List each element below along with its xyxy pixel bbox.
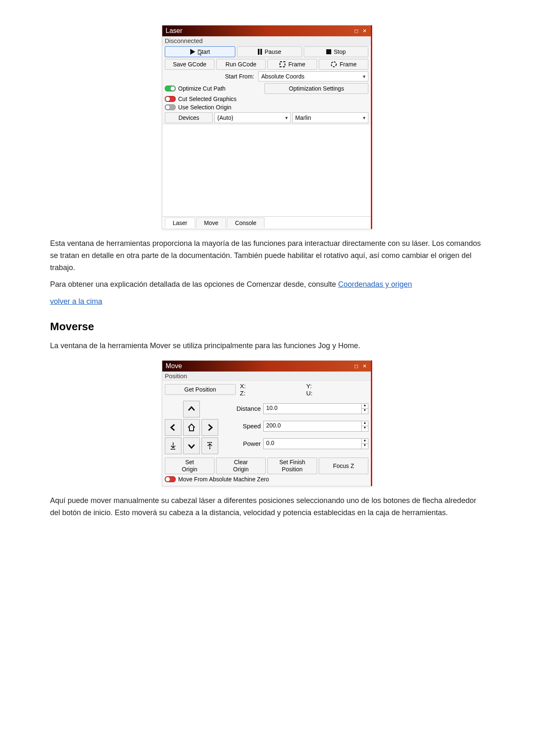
move-panel: Move ◻ ✕ Position Get Position X: Y: Z: …: [162, 360, 372, 486]
move-from-zero-label: Move From Absolute Machine Zero: [178, 476, 269, 483]
power-label: Power: [223, 440, 263, 447]
jog-down-button[interactable]: [183, 437, 200, 454]
frame-circle-icon: [330, 61, 337, 68]
move-heading: Moverse: [50, 320, 484, 333]
move-from-zero-toggle[interactable]: [165, 476, 176, 482]
clear-origin-button[interactable]: Clear Origin: [216, 458, 266, 474]
use-selection-origin-toggle[interactable]: [165, 104, 176, 110]
pause-button[interactable]: Pause: [237, 46, 302, 57]
empty-area: [162, 124, 371, 216]
chevron-right-icon: [206, 423, 214, 432]
position-section-label: Position: [162, 372, 371, 381]
set-finish-position-button[interactable]: Set Finish Position: [267, 458, 317, 474]
para-2: Para obtener una explicación detallada d…: [50, 278, 484, 291]
tab-move[interactable]: Move: [196, 217, 226, 228]
pause-icon: [258, 49, 262, 55]
panel-title: Laser: [166, 27, 182, 35]
start-from-label: Start From:: [165, 71, 257, 81]
cut-selected-toggle[interactable]: [165, 96, 176, 102]
get-position-button[interactable]: Get Position: [165, 384, 236, 395]
optimize-cut-path-label: Optimize Cut Path: [178, 85, 226, 92]
chevron-down-icon: ▼: [285, 116, 289, 120]
distance-input[interactable]: 10.0 ▲▼: [263, 403, 368, 414]
port-combo[interactable]: (Auto) ▼: [214, 112, 290, 123]
speed-input[interactable]: 200.0 ▲▼: [263, 421, 368, 432]
spinner-buttons[interactable]: ▲▼: [361, 404, 368, 414]
chevron-down-icon: ▼: [362, 116, 366, 120]
laser-panel: Laser ◻ ✕ Disconnected Start Pause Stop …: [162, 25, 372, 229]
svg-rect-0: [280, 62, 285, 67]
home-icon: [187, 423, 196, 432]
tab-laser[interactable]: Laser: [165, 217, 195, 228]
spinner-buttons[interactable]: ▲▼: [361, 439, 368, 449]
devices-button[interactable]: Devices: [165, 112, 213, 123]
svg-point-1: [331, 62, 336, 67]
device-combo[interactable]: Marlin ▼: [292, 112, 368, 123]
x-label: X:: [240, 382, 302, 389]
power-input[interactable]: 0.0 ▲▼: [263, 438, 368, 449]
para-3: La ventana de la herramienta Mover se ut…: [50, 340, 484, 352]
chevron-down-icon: ▼: [362, 74, 366, 79]
frame-circle-button[interactable]: Frame: [319, 59, 368, 70]
start-button[interactable]: Start: [165, 46, 235, 57]
panel-titlebar: Move ◻ ✕: [162, 361, 371, 372]
spinner-buttons[interactable]: ▲▼: [361, 421, 368, 431]
play-icon: [190, 49, 195, 55]
save-gcode-button[interactable]: Save GCode: [165, 59, 214, 70]
run-gcode-button[interactable]: Run GCode: [216, 59, 266, 70]
optimization-settings-button[interactable]: Optimization Settings: [264, 83, 368, 94]
jog-left-button[interactable]: [165, 419, 181, 436]
stop-icon: [326, 49, 331, 54]
set-origin-button[interactable]: Set Origin: [165, 458, 214, 474]
stop-button[interactable]: Stop: [304, 46, 368, 57]
start-from-combo[interactable]: Absolute Coords ▼: [258, 71, 368, 81]
close-icon[interactable]: ✕: [362, 363, 368, 369]
undock-icon[interactable]: ◻: [353, 363, 359, 369]
y-label: Y:: [306, 382, 368, 389]
z-down-button[interactable]: [165, 437, 181, 454]
chevron-left-icon: [169, 423, 177, 432]
frame-rect-icon: [279, 61, 286, 68]
tab-console[interactable]: Console: [227, 217, 264, 228]
arrow-up-bar-icon: [206, 442, 214, 450]
chevron-up-icon: [187, 405, 196, 413]
speed-label: Speed: [223, 422, 263, 430]
close-icon[interactable]: ✕: [362, 28, 368, 34]
para-1: Esta ventana de herramientas proporciona…: [50, 238, 484, 273]
connection-status: Disconnected: [162, 36, 371, 46]
home-button[interactable]: [183, 419, 200, 436]
jog-grid: [165, 401, 218, 454]
jog-up-button[interactable]: [183, 401, 200, 417]
u-label: U:: [306, 389, 368, 397]
coords-origin-link[interactable]: Coordenadas y origen: [338, 280, 412, 288]
bottom-tabs: Laser Move Console: [162, 216, 371, 229]
jog-right-button[interactable]: [202, 419, 218, 436]
chevron-down-icon: [187, 442, 196, 450]
arrow-down-bar-icon: [169, 442, 177, 450]
frame-rect-button[interactable]: Frame: [267, 59, 317, 70]
para-4: Aquí puede mover manualmente su cabezal …: [50, 495, 484, 519]
undock-icon[interactable]: ◻: [353, 28, 359, 34]
cut-selected-label: Cut Selected Graphics: [178, 96, 237, 102]
z-label: Z:: [240, 389, 302, 397]
optimize-cut-path-toggle[interactable]: [165, 86, 176, 91]
distance-label: Distance: [223, 405, 263, 412]
panel-titlebar: Laser ◻ ✕: [162, 25, 371, 36]
panel-title: Move: [166, 362, 182, 370]
focus-z-button[interactable]: Focus Z: [319, 458, 368, 474]
z-up-button[interactable]: [202, 437, 218, 454]
use-selection-origin-label: Use Selection Origin: [178, 104, 232, 111]
back-to-top-link[interactable]: volver a la cima: [50, 297, 102, 306]
